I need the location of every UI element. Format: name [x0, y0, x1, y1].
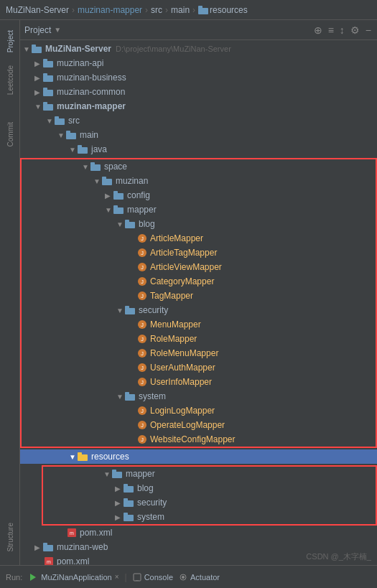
svg-rect-63	[124, 484, 128, 487]
svg-rect-8	[43, 90, 53, 96]
svg-rect-26	[125, 222, 135, 228]
tree-item-ArticleTagMapper[interactable]: J ArticleTagMapper	[22, 246, 376, 260]
breadcrumb-resources[interactable]: resources	[198, 5, 248, 15]
svg-text:J: J	[141, 350, 144, 357]
tree-item-space[interactable]: ▼ space	[22, 159, 376, 174]
svg-rect-22	[113, 193, 124, 200]
LoginLogMapper-icon: J	[136, 405, 148, 416]
security-pkg-folder-icon	[125, 306, 136, 314]
breadcrumb-mapper[interactable]: muzinan-mapper	[78, 5, 142, 15]
tree-item-config[interactable]: ▶ config	[22, 188, 376, 202]
project-tree: ▼ MuZiNan-Server D:\project\many\MuZiNan…	[20, 40, 377, 565]
svg-rect-58	[78, 454, 88, 461]
OperateLogMapper-icon: J	[136, 419, 148, 431]
close-icon[interactable]: −	[364, 24, 373, 37]
breadcrumb-src[interactable]: src	[151, 5, 162, 15]
tree-item-blog-pkg[interactable]: ▼ blog	[22, 217, 376, 231]
locate-icon[interactable]: ⊕	[312, 24, 324, 37]
tree-item-ArticleMapper[interactable]: J ArticleMapper	[22, 231, 376, 246]
tree-item-src[interactable]: ▼ src	[20, 113, 377, 128]
collapse-icon[interactable]: ≡	[327, 24, 335, 37]
tree-item-security-res[interactable]: ▶ security	[43, 495, 376, 510]
svg-point-78	[182, 576, 185, 579]
watermark: CSDN @_木字楠_	[306, 551, 371, 562]
bottom-bar: Run: MuZiNanApplication × | _ Console Ac…	[0, 565, 377, 588]
tree-item-system-res[interactable]: ▶ system	[43, 510, 376, 524]
tree-item-common[interactable]: ▶ muzinan-common	[20, 85, 377, 99]
tree-item-MenuMapper[interactable]: J MenuMapper	[22, 317, 376, 332]
tree-item-LoginLogMapper[interactable]: J LoginLogMapper	[22, 403, 376, 418]
tree-item-RoleMenuMapper[interactable]: J RoleMenuMapper	[22, 346, 376, 360]
svg-rect-17	[78, 145, 82, 148]
svg-rect-70	[43, 545, 53, 551]
tree-item-pom-mapper[interactable]: m pom.xml	[20, 526, 377, 540]
ArticleTagMapper-icon: J	[136, 247, 148, 258]
tree-item-business[interactable]: ▶ muzinan-business	[20, 70, 377, 85]
svg-rect-59	[78, 452, 82, 455]
svg-text:J: J	[141, 336, 144, 342]
sidebar-project[interactable]: Project	[2, 26, 18, 57]
run-label: Run:	[6, 573, 22, 582]
tree-item-main[interactable]: ▼ main	[20, 128, 377, 142]
svg-rect-4	[43, 61, 53, 67]
sidebar-commit[interactable]: Commit	[2, 118, 18, 151]
blog-res-folder-icon	[124, 484, 135, 493]
tree-item-RoleMapper[interactable]: J RoleMapper	[22, 332, 376, 346]
tree-item-CategoryMapper[interactable]: J CategoryMapper	[22, 274, 376, 289]
sidebar-leetcode[interactable]: Leetcode	[2, 61, 18, 99]
RoleMapper-icon: J	[136, 333, 148, 345]
tree-item-ArticleViewMapper[interactable]: J ArticleViewMapper	[22, 260, 376, 274]
svg-rect-6	[43, 75, 53, 82]
system-pkg-folder-icon	[125, 392, 136, 401]
run-app-item[interactable]: MuZiNanApplication ×	[28, 572, 118, 582]
tree-item-java[interactable]: ▼ java	[20, 142, 377, 157]
tree-item-system-pkg[interactable]: ▼ system	[22, 389, 376, 403]
common-folder-icon	[43, 88, 55, 96]
svg-rect-25	[113, 205, 118, 208]
svg-rect-10	[43, 104, 53, 111]
console-tab[interactable]: _ Console	[133, 573, 173, 582]
tree-item-TagMapper[interactable]: J TagMapper	[22, 289, 376, 303]
business-folder-icon	[43, 73, 55, 82]
run-close-icon[interactable]: ×	[115, 573, 119, 581]
tree-item-root[interactable]: ▼ MuZiNan-Server D:\project\many\MuZiNan…	[20, 42, 377, 56]
svg-rect-27	[125, 220, 129, 223]
svg-rect-5	[43, 59, 47, 62]
tree-item-UserInfoMapper[interactable]: J UserInfoMapper	[22, 375, 376, 389]
svg-rect-20	[102, 179, 112, 185]
svg-rect-38	[125, 308, 135, 314]
breadcrumb-main[interactable]: main	[171, 5, 190, 15]
RoleMenuMapper-icon: J	[136, 347, 148, 359]
breadcrumb-muziznan-server[interactable]: MuZiNan-Server	[6, 5, 69, 15]
svg-text:_: _	[135, 575, 139, 581]
blog-pkg-folder-icon	[125, 220, 136, 228]
sidebar-structure[interactable]: Structure	[2, 518, 18, 556]
tree-item-mapper-module[interactable]: ▼ muzinan-mapper	[20, 99, 377, 113]
config-folder-icon	[113, 191, 125, 200]
UserInfoMapper-icon: J	[136, 376, 148, 388]
expand-icon[interactable]: ↕	[338, 24, 346, 37]
tree-item-mapper-res[interactable]: ▼ mapper	[43, 467, 376, 481]
red-outline-box: ▼ space ▼	[20, 158, 377, 448]
tree-item-WebsiteConfigMapper[interactable]: J WebsiteConfigMapper	[22, 432, 376, 447]
panel-dropdown-icon[interactable]: ▼	[54, 26, 61, 34]
svg-rect-71	[43, 543, 47, 546]
tree-item-UserAuthMapper[interactable]: J UserAuthMapper	[22, 360, 376, 375]
tree-item-muzinan-pkg[interactable]: ▼ muzinan	[22, 174, 376, 188]
root-folder-icon	[32, 45, 43, 53]
sub-outline-box: ▼ mapper ▶	[42, 465, 377, 526]
project-panel[interactable]: Project ▼ ⊕ ≡ ↕ ⚙ − ▼ MuZiNan-Server D	[20, 20, 377, 565]
tree-item-resources[interactable]: ▼ resources	[20, 449, 377, 464]
tree-item-mapper-pkg[interactable]: ▼ mapper	[22, 202, 376, 217]
tree-item-OperateLogMapper[interactable]: J OperateLogMapper	[22, 418, 376, 432]
actuator-tab[interactable]: Actuator	[179, 573, 220, 582]
tree-item-blog-res[interactable]: ▶ blog	[43, 481, 376, 495]
tree-item-security-pkg[interactable]: ▼ security	[22, 303, 376, 317]
settings-icon[interactable]: ⚙	[349, 24, 361, 37]
space-folder-icon	[90, 162, 102, 171]
svg-rect-19	[90, 162, 95, 165]
tree-item-api[interactable]: ▶ muzinan-api	[20, 56, 377, 70]
svg-rect-51	[125, 392, 129, 395]
mapper-module-folder-icon	[43, 102, 55, 111]
svg-rect-3	[32, 45, 36, 47]
